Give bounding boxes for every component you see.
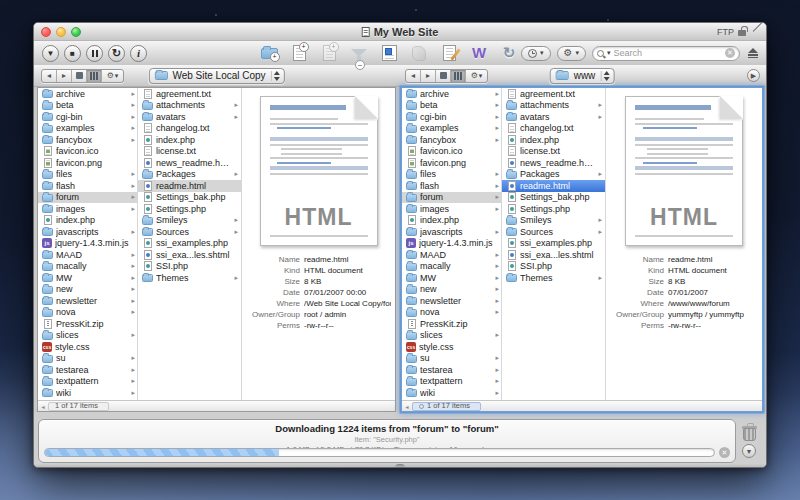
refresh-icon[interactable] — [108, 45, 125, 62]
zoom-button[interactable] — [71, 27, 81, 37]
file-row[interactable]: nova ▸ — [38, 307, 138, 319]
webdav-icon[interactable] — [468, 43, 490, 63]
file-row[interactable]: jquery-1.4.3.min.js ▸ — [38, 238, 138, 250]
list-view-button[interactable] — [72, 70, 87, 82]
new-folder-icon[interactable] — [258, 43, 280, 63]
minimize-button[interactable] — [56, 27, 66, 37]
file-row[interactable]: jquery-1.4.3.min.js ▸ — [402, 238, 502, 250]
file-row[interactable]: ssi_examples.php ▸ — [138, 238, 241, 250]
info-icon[interactable] — [130, 45, 147, 62]
file-row[interactable]: PressKit.zip ▸ — [38, 318, 138, 330]
file-row[interactable]: news_readme.html ▸ — [138, 157, 241, 169]
file-row[interactable]: files ▸ — [402, 169, 502, 181]
file-row[interactable]: MAAD ▸ — [402, 249, 502, 261]
search-field[interactable]: ▾ ✕ — [592, 46, 740, 61]
file-row[interactable]: files ▸ — [38, 169, 138, 181]
file-row[interactable]: Packages ▸ — [502, 169, 605, 181]
file-row[interactable]: archive ▸ — [38, 88, 138, 100]
file-row[interactable]: MW ▸ — [38, 272, 138, 284]
fullscreen-icon[interactable] — [753, 23, 762, 32]
file-row[interactable]: Settings.php ▸ — [138, 203, 241, 215]
file-row[interactable]: attachments ▸ — [138, 100, 241, 112]
file-row[interactable]: textpattern ▸ — [38, 376, 138, 388]
file-row[interactable]: Settings_bak.php ▸ — [138, 192, 241, 204]
file-row[interactable]: new ▸ — [38, 284, 138, 296]
file-row[interactable]: Sources ▸ — [502, 226, 605, 238]
file-row[interactable]: license.txt ▸ — [138, 146, 241, 158]
file-row[interactable]: javascripts ▸ — [402, 226, 502, 238]
file-row[interactable]: changelog.txt ▸ — [138, 123, 241, 135]
file-row[interactable]: archive ▸ — [402, 88, 502, 100]
clear-search-icon[interactable]: ✕ — [725, 48, 735, 58]
file-row[interactable]: agreement.txt ▸ — [138, 88, 241, 100]
column-view-button[interactable] — [451, 70, 466, 82]
file-row[interactable]: avatars ▸ — [502, 111, 605, 123]
view-options-button[interactable]: ⚙▾ — [466, 70, 487, 82]
file-row[interactable]: macally ▸ — [38, 261, 138, 273]
file-row[interactable]: Packages ▸ — [138, 169, 241, 181]
file-row[interactable]: Themes ▸ — [138, 272, 241, 284]
file-row[interactable]: flash ▸ — [402, 180, 502, 192]
file-row[interactable]: favicon.ico ▸ — [402, 146, 502, 158]
file-row[interactable]: attachments ▸ — [502, 100, 605, 112]
remote-location-popup[interactable]: www — [550, 68, 615, 84]
file-row[interactable]: newsletter ▸ — [38, 295, 138, 307]
search-input[interactable] — [614, 48, 722, 58]
title-bar[interactable]: My Web Site FTP — [34, 23, 766, 41]
file-row[interactable]: wiki ▸ — [38, 387, 138, 399]
file-row[interactable]: cgi-bin ▸ — [402, 111, 502, 123]
file-row[interactable]: favicon.png ▸ — [402, 157, 502, 169]
resize-dimple[interactable] — [396, 464, 405, 468]
back-button[interactable]: ◂ — [42, 70, 57, 82]
cancel-transfer-icon[interactable]: ✕ — [719, 447, 730, 458]
actions-menu-button[interactable]: ⚙▾ — [557, 46, 586, 61]
file-row[interactable]: cgi-bin ▸ — [38, 111, 138, 123]
file-row[interactable]: macally ▸ — [402, 261, 502, 273]
file-row[interactable]: avatars ▸ — [138, 111, 241, 123]
file-row[interactable]: forum ▸ — [38, 192, 138, 204]
pause-icon[interactable] — [86, 45, 103, 62]
trash-icon[interactable] — [742, 424, 757, 441]
file-row[interactable]: su ▸ — [38, 353, 138, 365]
file-row[interactable]: ssi_examples.php ▸ — [502, 238, 605, 250]
file-row[interactable]: index.php ▸ — [402, 215, 502, 227]
file-row[interactable]: forum ▸ — [402, 192, 502, 204]
file-row[interactable]: testarea ▸ — [402, 364, 502, 376]
file-row[interactable]: style.css ▸ — [402, 341, 502, 353]
file-row[interactable]: Smileys ▸ — [138, 215, 241, 227]
go-button[interactable]: ▶ — [747, 69, 760, 82]
file-row[interactable]: changelog.txt ▸ — [502, 123, 605, 135]
file-row[interactable]: su ▸ — [402, 353, 502, 365]
file-row[interactable]: Smileys ▸ — [502, 215, 605, 227]
disconnect-eject-button[interactable] — [746, 47, 760, 59]
discard-icon[interactable] — [408, 43, 430, 63]
tasks-icon[interactable] — [378, 43, 400, 63]
file-row[interactable]: Settings_bak.php ▸ — [502, 192, 605, 204]
scroll-left-icon[interactable]: ◂ — [38, 403, 48, 410]
file-row[interactable]: slices ▸ — [38, 330, 138, 342]
new-file-icon[interactable] — [288, 43, 310, 63]
file-row[interactable]: slices ▸ — [402, 330, 502, 342]
forward-button[interactable]: ▸ — [57, 70, 72, 82]
file-row[interactable]: SSI.php ▸ — [138, 261, 241, 273]
file-row[interactable]: examples ▸ — [38, 123, 138, 135]
filter-icon[interactable] — [348, 43, 370, 63]
file-row[interactable]: javascripts ▸ — [38, 226, 138, 238]
file-row[interactable]: ssi_exa...les.shtml ▸ — [138, 249, 241, 261]
file-row[interactable]: favicon.ico ▸ — [38, 146, 138, 158]
edit-icon[interactable] — [438, 43, 460, 63]
scroll-left-icon[interactable]: ◂ — [402, 403, 412, 410]
file-row[interactable]: style.css ▸ — [38, 341, 138, 353]
file-row[interactable]: images ▸ — [38, 203, 138, 215]
file-row[interactable]: Themes ▸ — [502, 272, 605, 284]
search-scope-chevron-icon[interactable]: ▾ — [607, 49, 611, 57]
file-row[interactable]: wiki ▸ — [402, 387, 502, 399]
back-button[interactable]: ◂ — [406, 70, 421, 82]
history-menu-button[interactable]: ▾ — [521, 46, 551, 61]
file-row[interactable]: license.txt ▸ — [502, 146, 605, 158]
list-view-button[interactable] — [436, 70, 451, 82]
file-row[interactable]: readme.html ▸ — [138, 180, 241, 192]
local-location-popup[interactable]: Web Site Local Copy — [148, 68, 284, 84]
file-row[interactable]: index.php ▸ — [502, 134, 605, 146]
file-row[interactable]: new ▸ — [402, 284, 502, 296]
